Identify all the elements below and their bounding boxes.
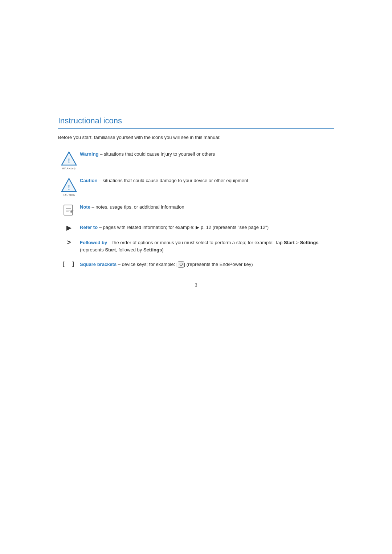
caution-description: situations that could cause damage to yo… (103, 178, 248, 183)
intro-paragraph: Before you start, familiarise yourself w… (58, 134, 334, 141)
caution-icon: ! (61, 177, 77, 193)
power-key-example: ⏻ (178, 261, 184, 268)
svg-text:!: ! (68, 157, 70, 165)
square-brackets-icon: [ ] (62, 261, 75, 267)
note-term: Note (80, 204, 90, 210)
caution-text: Caution – situations that could cause da… (80, 176, 334, 184)
warning-label: WARNING (62, 167, 75, 170)
refer-to-dash: – (98, 225, 103, 230)
square-brackets-description: device keys; for example: [⏻] (represent… (122, 262, 253, 267)
refer-to-row: Refer to – pages with related informatio… (58, 223, 334, 232)
caution-dash: – (97, 178, 102, 183)
caution-term: Caution (80, 178, 97, 183)
square-brackets-text: Square brackets – device keys; for examp… (80, 260, 334, 268)
note-dash: – (90, 204, 95, 210)
warning-icon: ! (61, 151, 77, 167)
refer-to-term: Refer to (80, 225, 98, 230)
note-description: notes, usage tips, or additional informa… (95, 204, 184, 210)
caution-icon-cell: ! CAUTION (58, 176, 80, 196)
svg-text:!: ! (68, 184, 70, 191)
note-text: Note – notes, usage tips, or additional … (80, 203, 334, 211)
svg-marker-11 (66, 226, 72, 231)
followed-by-description: the order of options or menus you must s… (80, 240, 319, 253)
page-content: Instructional icons Before you start, fa… (58, 0, 334, 360)
warning-term: Warning (80, 151, 99, 157)
square-brackets-row: [ ] Square brackets – device keys; for e… (58, 260, 334, 268)
warning-description: situations that could cause injury to yo… (104, 151, 215, 157)
square-brackets-term: Square brackets (80, 262, 117, 267)
followed-by-icon-cell: > (58, 238, 80, 246)
followed-by-term: Followed by (80, 240, 107, 245)
followed-by-row: > Followed by – the order of options or … (58, 238, 334, 254)
followed-by-dash: – (107, 240, 112, 245)
followed-by-text: Followed by – the order of options or me… (80, 238, 334, 254)
followed-by-icon: > (67, 239, 71, 246)
refer-to-text: Refer to – pages with related informatio… (80, 223, 334, 231)
caution-row: ! CAUTION Caution – situations that coul… (58, 176, 334, 196)
caution-label: CAUTION (63, 194, 75, 196)
warning-icon-cell: ! WARNING (58, 150, 80, 170)
note-icon (62, 204, 75, 217)
refer-to-description: pages with related information; for exam… (103, 225, 269, 230)
warning-dash: – (99, 151, 104, 157)
warning-row: ! WARNING Warning – situations that coul… (58, 150, 334, 170)
refer-to-icon-cell (58, 223, 80, 232)
square-brackets-icon-cell: [ ] (58, 260, 80, 267)
page-number: 3 (58, 283, 334, 288)
page-title: Instructional icons (58, 116, 334, 129)
warning-text: Warning – situations that could cause in… (80, 150, 334, 158)
note-row: Note – notes, usage tips, or additional … (58, 203, 334, 217)
refer-to-icon (65, 225, 73, 232)
square-brackets-dash: – (117, 262, 122, 267)
note-icon-cell (58, 203, 80, 217)
